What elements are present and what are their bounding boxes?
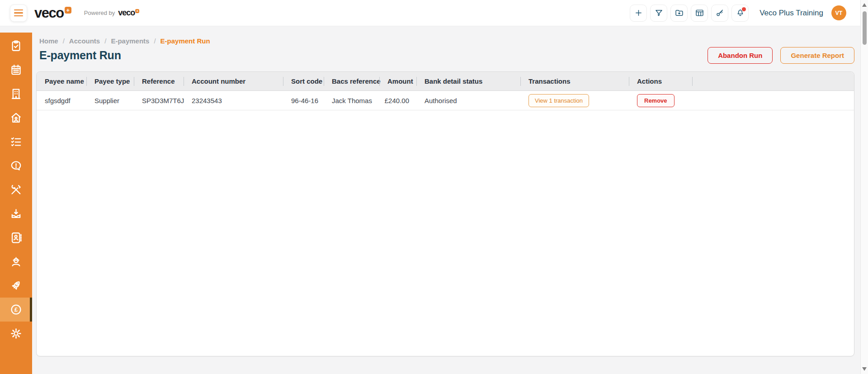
sidebar-item-settings[interactable] <box>0 322 32 346</box>
cell-payee-type: Supplier <box>86 97 134 104</box>
column-header-bank-detail-status: Bank detail status <box>416 72 520 90</box>
account-menu: Veco Plus Training VT <box>760 5 846 20</box>
folder-download-button[interactable] <box>670 5 688 22</box>
column-header-account-number: Account number <box>184 72 283 90</box>
filter-icon <box>654 8 664 18</box>
sidebar-item-home-user[interactable] <box>0 106 32 130</box>
cell-sort-code: 96-46-16 <box>283 97 324 104</box>
worker-icon <box>9 255 23 268</box>
breadcrumb: Home / Accounts / E-payments / E-payment… <box>36 37 854 45</box>
main-content: Home / Accounts / E-payments / E-payment… <box>32 26 868 374</box>
gear-icon <box>9 327 23 340</box>
sidebar-item-building[interactable] <box>0 82 32 106</box>
sidebar-item-contractors[interactable] <box>0 250 32 274</box>
sidebar-item-downloads[interactable] <box>0 202 32 226</box>
cell-bank-detail-status: Authorised <box>416 97 520 104</box>
breadcrumb-separator: / <box>154 37 156 45</box>
column-header-actions: Actions <box>629 72 692 90</box>
generate-report-button[interactable]: Generate Report <box>780 47 854 64</box>
filter-button[interactable] <box>650 5 667 22</box>
key-icon <box>715 8 725 18</box>
powered-by-logo: veco + <box>118 9 139 17</box>
comment-alert-icon <box>9 159 23 172</box>
sidebar-item-tools[interactable] <box>0 178 32 202</box>
powered-by-plus-badge: + <box>135 9 139 13</box>
table-icon <box>695 8 704 18</box>
hamburger-icon <box>14 9 23 11</box>
sidebar-item-contacts[interactable] <box>0 226 32 250</box>
pound-circle-icon: £ <box>9 303 23 316</box>
sidebar-item-checklist[interactable] <box>0 130 32 154</box>
add-icon <box>634 8 643 18</box>
sidebar-item-feedback[interactable] <box>0 154 32 178</box>
column-header-payee-type: Payee type <box>86 72 134 90</box>
sidebar-item-calendar[interactable] <box>0 58 32 82</box>
table-header-row: Payee name Payee type Reference Account … <box>37 72 854 91</box>
page-title: E-payment Run <box>39 49 121 62</box>
breadcrumb-separator: / <box>63 37 65 45</box>
page-actions: Abandon Run Generate Report <box>708 47 854 64</box>
column-header-amount: Amount <box>379 72 416 90</box>
epayment-table-card: Payee name Payee type Reference Account … <box>36 71 854 356</box>
abandon-run-button[interactable]: Abandon Run <box>708 47 773 64</box>
page-scrollbar[interactable] <box>860 0 868 374</box>
breadcrumb-separator: / <box>104 37 106 45</box>
scroll-thumb[interactable] <box>863 11 867 45</box>
hamburger-menu-button[interactable] <box>10 5 27 22</box>
breadcrumb-epayments[interactable]: E-payments <box>111 37 149 45</box>
sidebar-item-clipboard[interactable] <box>0 34 32 58</box>
column-header-filler <box>692 72 854 90</box>
cell-bacs-reference: Jack Thomas <box>324 97 379 104</box>
svg-text:£: £ <box>14 307 18 313</box>
scroll-up-arrow[interactable] <box>862 3 867 7</box>
notification-dot <box>742 7 746 11</box>
breadcrumb-current: E-payment Run <box>160 37 210 45</box>
sidebar-item-epayments[interactable]: £ <box>0 298 32 322</box>
topbar-icon-buttons <box>630 5 749 22</box>
cell-payee-name: sfgsdgdf <box>37 97 86 104</box>
account-name[interactable]: Veco Plus Training <box>760 9 823 18</box>
cell-transactions: View 1 transaction <box>520 94 629 107</box>
home-user-icon <box>9 111 23 124</box>
breadcrumb-accounts[interactable]: Accounts <box>69 37 100 45</box>
cell-actions: Remove <box>629 94 692 107</box>
table-view-button[interactable] <box>691 5 708 22</box>
column-header-sort-code: Sort code <box>283 72 324 90</box>
rocket-icon <box>9 279 23 292</box>
checklist-icon <box>9 135 23 148</box>
table-row: sfgsdgdf Supplier SP3D3M7T6J 23243543 96… <box>37 91 854 110</box>
veco-logo: veco + <box>34 6 71 20</box>
top-bar: veco + Powered by veco + <box>0 0 868 26</box>
download-tray-icon <box>9 207 23 220</box>
cell-reference: SP3D3M7T6J <box>134 97 184 104</box>
column-header-reference: Reference <box>134 72 184 90</box>
column-header-bacs-reference: Bacs reference <box>324 72 379 90</box>
powered-by-label: Powered by <box>84 9 115 16</box>
cell-account-number: 23243543 <box>184 97 283 104</box>
column-header-payee-name: Payee name <box>37 72 86 90</box>
powered-by: Powered by veco + <box>84 9 140 17</box>
view-transactions-button[interactable]: View 1 transaction <box>528 94 589 107</box>
tools-icon <box>9 183 23 196</box>
scroll-down-arrow[interactable] <box>862 367 867 371</box>
folder-download-icon <box>675 8 684 18</box>
veco-plus-badge: + <box>65 7 71 14</box>
column-header-transactions: Transactions <box>520 72 629 90</box>
calendar-icon <box>9 63 23 76</box>
remove-button[interactable]: Remove <box>637 94 675 107</box>
building-icon <box>9 87 23 100</box>
veco-logo-text: veco <box>34 6 64 20</box>
sidebar-nav: £ <box>0 33 32 374</box>
cell-amount: £240.00 <box>379 97 416 104</box>
breadcrumb-home[interactable]: Home <box>39 37 58 45</box>
add-button[interactable] <box>630 5 647 22</box>
key-button[interactable] <box>711 5 728 22</box>
clipboard-check-icon <box>9 39 23 52</box>
sidebar-item-launch[interactable] <box>0 274 32 298</box>
avatar[interactable]: VT <box>831 5 846 20</box>
contact-card-icon <box>9 231 23 244</box>
notifications-button[interactable] <box>731 5 749 22</box>
